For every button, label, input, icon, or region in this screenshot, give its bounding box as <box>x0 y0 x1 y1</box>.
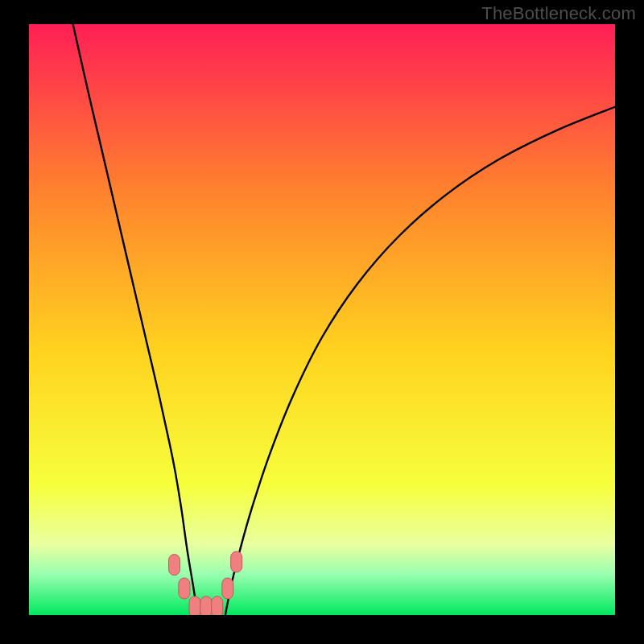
marker-6 <box>231 551 242 572</box>
gradient-bg <box>29 24 615 615</box>
bottleneck-chart <box>0 0 644 644</box>
marker-2 <box>189 597 200 617</box>
watermark-text: TheBottleneck.com <box>481 3 636 24</box>
marker-4 <box>212 597 223 617</box>
marker-5 <box>222 578 233 599</box>
marker-1 <box>179 578 190 599</box>
svg-rect-2 <box>615 0 644 644</box>
marker-0 <box>169 555 180 576</box>
svg-rect-1 <box>0 0 29 644</box>
marker-3 <box>200 597 212 617</box>
svg-rect-4 <box>0 615 644 644</box>
chart-frame: { "watermark": "TheBottleneck.com", "col… <box>0 0 644 644</box>
